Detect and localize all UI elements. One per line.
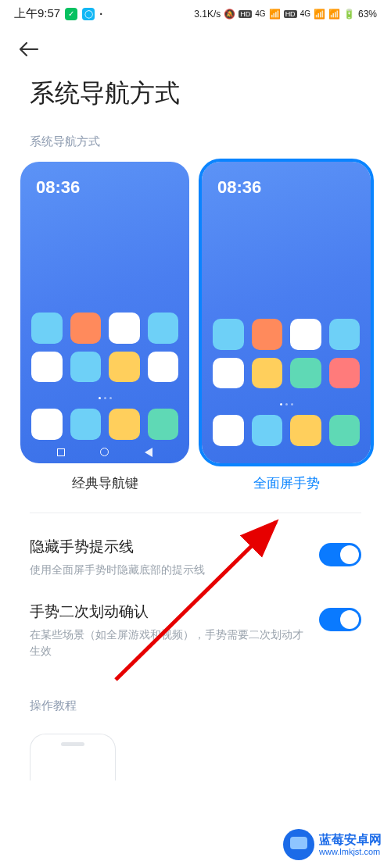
setting-title: 手势二次划动确认 [30, 602, 303, 622]
app-icon [70, 352, 102, 383]
back-button[interactable] [0, 24, 391, 69]
classic-nav-bar-icon [31, 448, 178, 457]
app-icon [213, 319, 244, 350]
watermark: 蓝莓安卓网 www.lmkjst.com [283, 829, 382, 860]
page-title: 系统导航方式 [0, 69, 391, 134]
watermark-name: 蓝莓安卓网 [319, 833, 382, 847]
hd-icon-1: HD [239, 10, 252, 18]
app-icon [70, 313, 102, 344]
app-icon [290, 415, 321, 446]
setting-desc: 在某些场景（如全屏游戏和视频），手势需要二次划动才生效 [30, 627, 303, 659]
nav-option-classic[interactable]: 08:36 经典导航键 [20, 162, 189, 492]
app-icon [148, 409, 179, 440]
app-icon [109, 313, 140, 344]
app-icon [329, 415, 361, 446]
network-speed: 3.1K/s [194, 9, 221, 20]
setting-desc: 使用全面屏手势时隐藏底部的提示线 [30, 562, 303, 578]
app-icon [329, 358, 361, 389]
app-icon [148, 352, 179, 383]
mute-icon: 🔕 [224, 9, 235, 20]
signal-bars-icon-1: 📶 [269, 9, 281, 20]
nav-label-gesture: 全面屏手势 [253, 474, 320, 492]
more-notif-icon: · [99, 8, 102, 20]
setting-hide-hint: 隐藏手势提示线 使用全面屏手势时隐藏底部的提示线 [0, 513, 391, 578]
section-label-tutorial: 操作教程 [0, 659, 391, 726]
app-icon [148, 313, 179, 344]
app-icon [31, 313, 63, 344]
wechat-icon: ✓ [65, 8, 77, 20]
status-bar: 上午9:57 ✓ ◯ · 3.1K/s 🔕 HD 4G 📶 HD 4G 📶 📶 … [0, 0, 391, 24]
hd-icon-2: HD [284, 10, 297, 18]
watermark-icon [283, 829, 314, 860]
app-icon [31, 352, 63, 383]
app-icon [213, 415, 244, 446]
gesture-preview: 08:36 [202, 162, 371, 463]
signal-4g-icon-2: 4G [300, 9, 310, 18]
setting-title: 隐藏手势提示线 [30, 537, 303, 557]
nav-option-gesture[interactable]: 08:36 全面屏手势 [202, 162, 371, 492]
toggle-double-swipe[interactable] [319, 608, 361, 631]
app-icon [109, 409, 140, 440]
app-icon [213, 358, 244, 389]
app-icon [31, 409, 63, 440]
tutorial-card[interactable] [30, 734, 116, 780]
battery-percent: 63% [358, 9, 377, 20]
section-label-nav: 系统导航方式 [0, 134, 391, 162]
toggle-hide-hint[interactable] [319, 543, 361, 566]
nav-label-classic: 经典导航键 [72, 474, 138, 492]
app-icon [70, 409, 102, 440]
preview-time: 08:36 [213, 177, 360, 198]
app-icon [329, 319, 361, 350]
setting-double-swipe: 手势二次划动确认 在某些场景（如全屏游戏和视频），手势需要二次划动才生效 [0, 578, 391, 659]
app-icon [109, 352, 140, 383]
app-icon [290, 319, 321, 350]
signal-4g-icon-1: 4G [255, 9, 265, 18]
wifi-icon: 📶 [328, 9, 340, 20]
nav-mode-options: 08:36 经典导航键 08:36 全面屏手势 [0, 162, 391, 492]
app-icon [252, 415, 283, 446]
qq-icon: ◯ [82, 8, 95, 20]
watermark-url: www.lmkjst.com [319, 847, 382, 856]
battery-icon: 🔋 [343, 9, 355, 20]
app-icon [252, 319, 283, 350]
preview-time: 08:36 [31, 177, 178, 198]
status-time: 上午9:57 [14, 6, 60, 21]
app-icon [252, 358, 283, 389]
app-icon [290, 358, 321, 389]
classic-preview: 08:36 [20, 162, 189, 463]
signal-bars-icon-2: 📶 [314, 9, 325, 20]
